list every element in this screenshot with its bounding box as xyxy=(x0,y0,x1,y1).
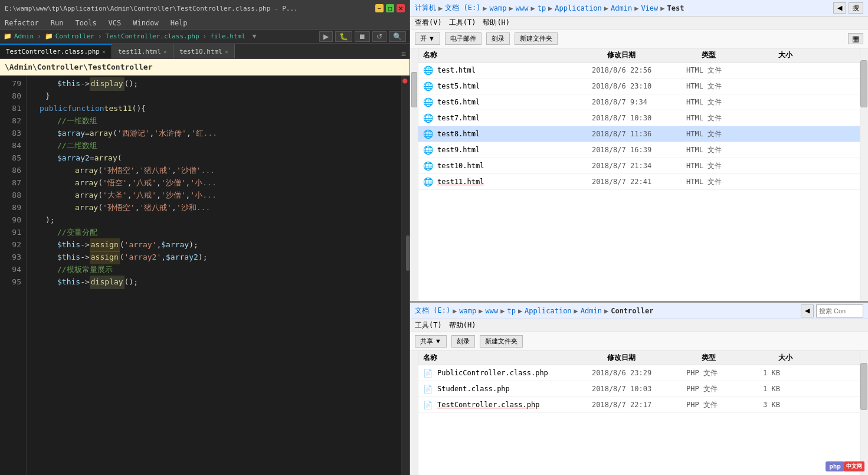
path-admin-b[interactable]: Admin xyxy=(581,307,602,315)
search-input-bottom[interactable] xyxy=(816,304,863,317)
path-nav-back-b[interactable]: ◀ xyxy=(801,304,814,317)
file-row-student[interactable]: 📄 Student.class.php 2018/8/7 10:03 PHP 文… xyxy=(418,381,860,397)
tab-overflow[interactable]: ≡ xyxy=(398,50,410,58)
path-doc-e-b[interactable]: 文档 (E:) xyxy=(415,306,450,316)
file-date-student: 2018/8/7 10:03 xyxy=(592,385,686,393)
path-application[interactable]: Application xyxy=(555,4,601,12)
file-type-test5: HTML 文件 xyxy=(686,81,763,91)
file-row-test5[interactable]: 🌐 test5.html 2018/8/6 23:10 HTML 文件 xyxy=(418,78,860,94)
email-button[interactable]: 电子邮件 xyxy=(445,32,482,45)
file-row-test9[interactable]: 🌐 test9.html 2018/8/7 16:39 HTML 文件 xyxy=(418,142,860,158)
code-area[interactable]: 79 80 81 82 83 84 85 86 87 88 89 90 91 9… xyxy=(0,76,410,475)
tab-test11[interactable]: test11.html ✕ xyxy=(112,44,173,58)
file-name-test11: test11.html xyxy=(437,178,484,186)
burn-button-b[interactable]: 刻录 xyxy=(451,335,475,348)
right-scrollbar-bottom[interactable] xyxy=(860,351,868,475)
view-toggle[interactable]: ▦ xyxy=(848,33,863,44)
open-button[interactable]: 开 ▼ xyxy=(415,32,440,45)
menu-tools-bottom[interactable]: 工具(T) xyxy=(415,320,442,330)
menu-tools-top[interactable]: 工具(T) xyxy=(449,18,476,28)
menu-run[interactable]: Run xyxy=(48,18,66,28)
file-list-top[interactable]: 名称 修改日期 类型 大小 🌐 test.html 2018/8/6 22:56… xyxy=(418,48,860,301)
burn-button[interactable]: 刻录 xyxy=(486,32,510,45)
stop-button[interactable]: ⏹ xyxy=(355,31,370,42)
refresh-button[interactable]: ↺ xyxy=(372,31,386,42)
search-button[interactable]: 🔍 xyxy=(389,31,406,42)
path-www-b[interactable]: www xyxy=(486,307,499,315)
file-row-test6[interactable]: 🌐 test6.html 2018/8/7 9:34 HTML 文件 xyxy=(418,94,860,110)
file-list-bottom[interactable]: 名称 修改日期 类型 大小 📄 PublicController.class.p… xyxy=(418,351,860,475)
file-row-test11[interactable]: 🌐 test11.html 2018/8/7 22:41 HTML 文件 xyxy=(418,174,860,190)
debug-button[interactable]: 🐛 xyxy=(335,31,352,42)
file-date-test8: 2018/8/7 11:36 xyxy=(592,130,686,138)
path-www[interactable]: www xyxy=(516,4,529,12)
file-row-public-controller[interactable]: 📄 PublicController.class.php 2018/8/6 23… xyxy=(418,365,860,381)
share-button[interactable]: 共享 ▼ xyxy=(415,335,447,348)
code-line-85: $array2 = array ( xyxy=(34,152,401,165)
new-folder-button-top[interactable]: 新建文件夹 xyxy=(515,32,558,45)
breadcrumb-html[interactable]: file.html xyxy=(210,32,245,40)
right-scrollbar-top[interactable] xyxy=(860,48,868,301)
tab-testcontroller[interactable]: TestController.class.php ✕ xyxy=(0,44,112,58)
path-search[interactable]: 搜 xyxy=(849,2,863,14)
tab-test11-close[interactable]: ✕ xyxy=(163,48,167,55)
menu-window[interactable]: Window xyxy=(130,18,161,28)
php-file-icon-test: 📄 xyxy=(422,399,434,411)
breadcrumb-file[interactable]: TestController.class.php xyxy=(106,32,199,40)
path-test[interactable]: Test xyxy=(667,4,684,12)
menu-tools[interactable]: Tools xyxy=(73,18,99,28)
path-tp-b[interactable]: tp xyxy=(507,307,515,315)
menu-help[interactable]: Help xyxy=(168,18,190,28)
tab-test10[interactable]: test10.html ✕ xyxy=(173,44,235,58)
file-size-public: 1 KB xyxy=(763,369,810,377)
path-nav-back[interactable]: ◀ xyxy=(833,2,846,14)
minimize-button[interactable]: − xyxy=(375,4,384,12)
path-wamp-b[interactable]: wamp xyxy=(459,307,476,315)
file-name-public-controller: PublicController.class.php xyxy=(437,369,548,377)
code-line-89: array ( '孙悟空' , '猪八戒' , '沙和 ... xyxy=(34,202,401,214)
code-line-91: //变量分配 xyxy=(34,227,401,239)
explorer-path-top: 计算机 ▶ 文档 (E:) ▶ wamp ▶ www ▶ tp ▶ Applic… xyxy=(410,0,868,17)
new-folder-button-bottom[interactable]: 新建文件夹 xyxy=(480,335,523,348)
menu-vcs[interactable]: VCS xyxy=(106,18,124,28)
path-controller-b[interactable]: Controller xyxy=(611,307,653,315)
code-line-92: $this -> assign ( 'array' , $array ); xyxy=(34,239,401,251)
file-row-test8[interactable]: 🌐 test8.html 2018/8/7 11:36 HTML 文件 xyxy=(418,126,860,142)
code-content[interactable]: $this->display(); } public function test… xyxy=(27,76,401,475)
path-view[interactable]: View xyxy=(641,4,658,12)
tab-test10-close[interactable]: ✕ xyxy=(225,48,228,55)
path-computer[interactable]: 计算机 xyxy=(415,3,436,13)
file-type-test9: HTML 文件 xyxy=(686,145,763,155)
file-row-test[interactable]: 🌐 test.html 2018/8/6 22:56 HTML 文件 xyxy=(418,63,860,78)
right-panel: 计算机 ▶ 文档 (E:) ▶ wamp ▶ www ▶ tp ▶ Applic… xyxy=(410,0,868,475)
maximize-button[interactable]: □ xyxy=(386,4,394,12)
run-button[interactable]: ▶ xyxy=(319,31,333,42)
php-file-icon-public: 📄 xyxy=(422,367,434,379)
menu-help-top[interactable]: 帮助(H) xyxy=(483,18,510,28)
explorer-toolbar-top: 开 ▼ 电子邮件 刻录 新建文件夹 ▦ xyxy=(410,30,868,48)
editor-scrollbar[interactable]: ● xyxy=(401,76,410,475)
path-tp[interactable]: tp xyxy=(538,4,546,12)
file-name-test9: test9.html xyxy=(437,146,480,154)
file-row-test7[interactable]: 🌐 test7.html 2018/8/7 10:30 HTML 文件 xyxy=(418,110,860,126)
scrollbar-thumb xyxy=(406,235,410,271)
menu-refactor[interactable]: Refactor xyxy=(2,18,41,28)
file-type-test10: HTML 文件 xyxy=(686,161,763,171)
code-line-81: public function test11 (){ xyxy=(34,103,401,115)
file-row-test-controller[interactable]: 📄 TestController.class.php 2018/8/7 22:1… xyxy=(418,397,860,413)
file-type-test8: HTML 文件 xyxy=(686,129,763,139)
breadcrumb-controller[interactable]: Controller xyxy=(55,32,94,40)
file-row-test10[interactable]: 🌐 test10.html 2018/8/7 21:34 HTML 文件 xyxy=(418,158,860,174)
tab-testcontroller-close[interactable]: ✕ xyxy=(102,48,106,55)
path-doc-e[interactable]: 文档 (E:) xyxy=(445,3,480,13)
path-wamp[interactable]: wamp xyxy=(490,4,507,12)
path-application-b[interactable]: Application xyxy=(525,307,571,315)
file-date-test10: 2018/8/7 21:34 xyxy=(592,162,686,170)
menu-help-bottom[interactable]: 帮助(H) xyxy=(449,320,476,330)
breadcrumb-admin[interactable]: Admin xyxy=(14,32,34,40)
php-file-icon-student: 📄 xyxy=(422,383,434,395)
menu-view[interactable]: 查看(V) xyxy=(415,18,442,28)
path-admin[interactable]: Admin xyxy=(611,4,632,12)
code-line-80: } xyxy=(34,90,401,103)
close-button[interactable]: ✕ xyxy=(397,4,405,12)
